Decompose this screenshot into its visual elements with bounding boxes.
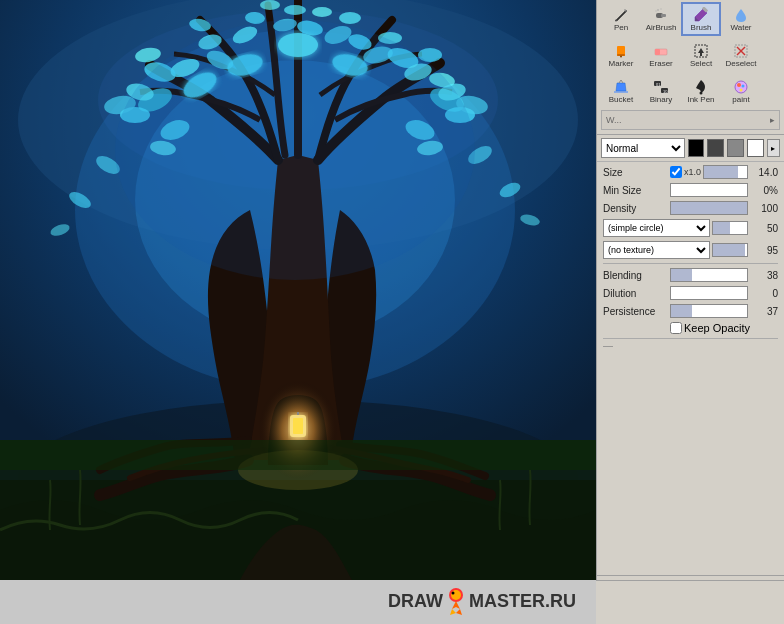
keep-opacity-label: Keep Opacity — [684, 322, 750, 334]
texture-dropdown-row: (no texture) 95 — [603, 241, 778, 259]
blending-value: 38 — [750, 270, 778, 281]
size-value: 14.0 — [750, 167, 778, 178]
inkpen-label: Ink Pen — [687, 96, 714, 104]
water-label: Water — [730, 24, 751, 32]
svg-point-85 — [740, 88, 743, 91]
shape-value: 50 — [750, 223, 778, 234]
tool-brush[interactable]: Brush — [681, 2, 721, 36]
blending-label: Blending — [603, 270, 668, 281]
color-swatch-black[interactable] — [688, 139, 705, 157]
svg-point-23 — [339, 12, 361, 24]
tool-bucket[interactable]: Bucket — [601, 74, 641, 108]
blending-bar[interactable] — [670, 268, 748, 282]
svg-text:10: 10 — [663, 88, 668, 93]
pen-label: Pen — [614, 24, 628, 32]
svg-rect-63 — [661, 14, 666, 17]
deselect-label: Deselect — [725, 60, 756, 68]
watermark-text: DRAW MASTER.RU — [388, 587, 576, 617]
svg-point-66 — [655, 10, 657, 12]
svg-rect-58 — [0, 440, 596, 470]
props-area: Size x1.0 14.0 Min Size 0% Density 100 — [597, 162, 784, 575]
dilution-bar[interactable] — [670, 286, 748, 300]
svg-point-61 — [451, 592, 454, 595]
keep-opacity-checkbox[interactable] — [670, 322, 682, 334]
svg-rect-72 — [655, 49, 660, 55]
airbrush-icon — [652, 7, 670, 23]
density-bar[interactable] — [670, 201, 748, 215]
texture-select[interactable]: (no texture) — [603, 241, 710, 259]
tool-row-1: Pen AirBrush Brush Water — [601, 2, 780, 36]
watermark-ru: RU — [550, 591, 576, 611]
svg-point-83 — [737, 83, 741, 87]
bucket-icon — [612, 79, 630, 95]
shape-dropdown-row: (simple circle) 50 — [603, 219, 778, 237]
blending-prop-row: Blending 38 — [603, 268, 778, 282]
watermark-area: DRAW MASTER.RU — [0, 580, 596, 624]
marker-label: Marker — [609, 60, 634, 68]
shape-select[interactable]: (simple circle) — [603, 219, 710, 237]
svg-text:01: 01 — [656, 81, 661, 86]
color-swatch-mid[interactable] — [727, 139, 744, 157]
brush-icon — [692, 7, 710, 23]
dilution-label: Dilution — [603, 288, 668, 299]
persistence-label: Persistence — [603, 306, 668, 317]
size-bar-fill — [704, 166, 738, 178]
canvas-area[interactable] — [0, 0, 596, 580]
tool-row-3: Bucket 0110 Binary Ink Pen paint — [601, 74, 780, 108]
tool-row-4: W... ▸ — [601, 110, 780, 130]
tool-deselect[interactable]: Deselect — [721, 38, 761, 72]
color-swatch-white[interactable] — [747, 139, 764, 157]
binary-icon: 0110 — [652, 79, 670, 95]
texture-bar[interactable] — [712, 243, 748, 257]
divider-2: — — [603, 338, 778, 351]
tool-airbrush[interactable]: AirBrush — [641, 2, 681, 36]
persistence-bar[interactable] — [670, 304, 748, 318]
tool-row-2: Marker Eraser Select Deselect — [601, 38, 780, 72]
bucket-label: Bucket — [609, 96, 633, 104]
svg-point-17 — [260, 0, 280, 10]
toolbar-top: Pen AirBrush Brush Water — [597, 0, 784, 135]
size-checkbox[interactable] — [670, 166, 682, 178]
select-label: Select — [690, 60, 712, 68]
density-value: 100 — [750, 203, 778, 214]
size-label: Size — [603, 167, 668, 178]
blend-mode-select[interactable]: NormalMultiplyScreenOverlayLuminosity — [601, 138, 685, 158]
eraser-label: Eraser — [649, 60, 673, 68]
persistence-value: 37 — [750, 306, 778, 317]
more-colors-btn[interactable]: ▸ — [767, 139, 780, 157]
tool-select[interactable]: Select — [681, 38, 721, 72]
svg-point-64 — [657, 9, 659, 11]
density-label: Density — [603, 203, 668, 214]
shape-bar[interactable] — [712, 221, 748, 235]
svg-point-60 — [451, 590, 461, 600]
blending-bar-fill — [671, 269, 692, 281]
color-swatch-dark[interactable] — [707, 139, 724, 157]
size-bar[interactable] — [703, 165, 748, 179]
tool-binary[interactable]: 0110 Binary — [641, 74, 681, 108]
select-icon — [692, 43, 710, 59]
tool-eraser[interactable]: Eraser — [641, 38, 681, 72]
marker-icon — [612, 43, 630, 59]
svg-point-84 — [742, 84, 745, 87]
tool-pen[interactable]: Pen — [601, 2, 641, 36]
more-tools-bar[interactable]: W... ▸ — [601, 110, 780, 130]
blend-mode-row: NormalMultiplyScreenOverlayLuminosity ▸ — [597, 135, 784, 162]
size-multiplier: x1.0 — [684, 167, 701, 177]
svg-point-81 — [700, 91, 703, 94]
shape-bar-fill — [713, 222, 730, 234]
tool-water[interactable]: Water — [721, 2, 761, 36]
airbrush-label: AirBrush — [646, 24, 677, 32]
persistence-bar-fill — [671, 305, 692, 317]
texture-value: 95 — [750, 245, 778, 256]
water-icon — [732, 7, 750, 23]
svg-point-21 — [312, 7, 332, 17]
status-bar — [596, 580, 784, 624]
tool-paint[interactable]: paint — [721, 74, 761, 108]
persistence-prop-row: Persistence 37 — [603, 304, 778, 318]
tool-inkpen[interactable]: Ink Pen — [681, 74, 721, 108]
svg-point-52 — [115, 20, 475, 280]
paint-icon — [732, 79, 750, 95]
minsize-bar[interactable] — [670, 183, 748, 197]
tool-marker[interactable]: Marker — [601, 38, 641, 72]
density-bar-fill — [671, 202, 747, 214]
